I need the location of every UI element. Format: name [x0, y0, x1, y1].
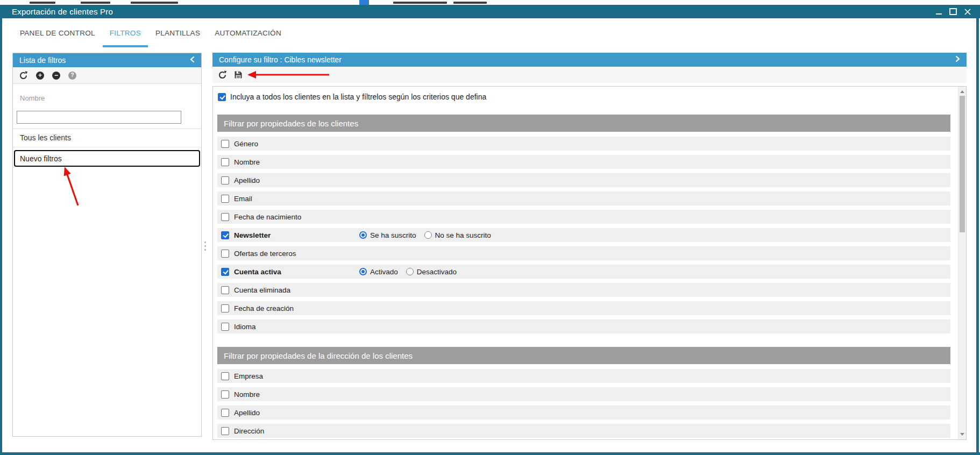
- property-row-cuenta-activa: Cuenta activaActivadoDesactivado: [217, 265, 950, 279]
- radio-option-no-se-ha-suscrito[interactable]: No se ha suscrito: [424, 231, 491, 239]
- radio-label: Desactivado: [417, 268, 457, 276]
- radio-icon: [424, 231, 432, 239]
- scrollbar-thumb[interactable]: [960, 96, 965, 232]
- checkbox-nombre[interactable]: [221, 158, 229, 166]
- refresh-icon[interactable]: [218, 70, 227, 80]
- radio-option-desactivado[interactable]: Desactivado: [406, 268, 457, 276]
- name-filter-input[interactable]: [17, 111, 181, 124]
- tab-label: FILTROS: [110, 29, 141, 37]
- property-label: Cuenta eliminada: [234, 286, 290, 294]
- property-row-apellido: Apellido: [217, 406, 950, 420]
- property-label: Newsletter: [234, 231, 271, 239]
- checkbox-email[interactable]: [221, 195, 229, 203]
- section-header-filtrar-por-propiedades-de-los-clientes: Filtrar por propiedades de los clientes: [217, 115, 950, 132]
- radio-group-cuenta-activa: ActivadoDesactivado: [359, 268, 457, 276]
- window-border-right: [976, 18, 979, 453]
- tab-label: AUTOMATIZACIÓN: [215, 29, 281, 37]
- maximize-icon[interactable]: [949, 8, 957, 16]
- checkbox-cuenta-eliminada[interactable]: [221, 286, 229, 294]
- radio-option-activado[interactable]: Activado: [359, 268, 398, 276]
- window-controls: [935, 5, 971, 18]
- checkbox-apellido[interactable]: [221, 176, 229, 184]
- expand-panel-icon[interactable]: [955, 55, 960, 64]
- collapse-panel-icon[interactable]: [190, 56, 195, 65]
- radio-label: Activado: [370, 268, 398, 276]
- section-title: Filtrar por propiedades de los clientes: [224, 119, 358, 128]
- property-row-nombre: Nombre: [217, 387, 950, 401]
- vertical-scrollbar[interactable]: [958, 87, 966, 439]
- section-title: Filtrar por propiedades de la dirección …: [224, 351, 413, 360]
- property-row-cuenta-eliminada: Cuenta eliminada: [217, 283, 950, 297]
- remove-filter-icon[interactable]: −: [52, 72, 60, 80]
- filter-config-content: Incluya a todos los clientes en la lista…: [212, 86, 967, 440]
- filter-list-body: Nombre Tous les clients: [13, 94, 201, 167]
- checkbox-nombre[interactable]: [221, 390, 229, 399]
- property-row-nombre: Nombre: [217, 155, 950, 169]
- property-row-apellido: Apellido: [217, 173, 950, 187]
- property-row-genero: Género: [217, 137, 950, 151]
- refresh-icon[interactable]: [19, 71, 28, 80]
- tab-panel-de-control[interactable]: PANEL DE CONTROL: [20, 18, 95, 47]
- include-all-checkbox[interactable]: [218, 93, 226, 101]
- property-label: Ofertas de terceros: [234, 250, 296, 258]
- filter-config-panel: Configure su filtro : Cibles newsletter: [212, 53, 967, 440]
- tab-bar: PANEL DE CONTROLFILTROSPLANTILLASAUTOMAT…: [2, 18, 975, 47]
- tab-label: PANEL DE CONTROL: [20, 29, 95, 37]
- include-all-label: Incluya a todos los clientes en la lista…: [230, 93, 486, 101]
- radio-icon: [406, 268, 414, 275]
- help-icon[interactable]: ?: [68, 72, 76, 80]
- scroll-down-icon[interactable]: [960, 433, 964, 436]
- filter-list-header: Lista de filtros: [13, 53, 201, 67]
- property-label: Dirección: [234, 427, 264, 435]
- background-blue-square: [359, 0, 369, 5]
- radio-option-se-ha-suscrito[interactable]: Se ha suscrito: [359, 231, 416, 239]
- minimize-icon[interactable]: [935, 8, 942, 16]
- property-row-ofertas-de-terceros: Ofertas de terceros: [217, 246, 950, 260]
- property-row-idioma: Idioma: [217, 319, 950, 333]
- filter-item-edit-input[interactable]: [14, 150, 200, 167]
- close-icon[interactable]: [964, 8, 971, 16]
- filter-item-tous-les-clients[interactable]: Tous les clients: [13, 129, 201, 147]
- filter-item-label: Tous les clients: [20, 133, 71, 142]
- add-filter-icon[interactable]: +: [36, 72, 44, 80]
- checkbox-idioma[interactable]: [221, 323, 229, 331]
- checkbox-apellido[interactable]: [221, 409, 229, 417]
- screen: Exportación de clientes Pro PANEL DE CON…: [0, 0, 980, 455]
- save-button[interactable]: [234, 70, 243, 79]
- checkbox-direccion[interactable]: [221, 427, 229, 435]
- property-label: Empresa: [234, 372, 263, 380]
- title-bar: Exportación de clientes Pro: [0, 5, 980, 18]
- checkbox-cuenta-activa[interactable]: [221, 268, 229, 276]
- filter-config-body: Filtrar por propiedades de los clientesG…: [213, 115, 966, 438]
- checkbox-empresa[interactable]: [221, 372, 229, 380]
- checkbox-newsletter[interactable]: [221, 231, 229, 239]
- property-row-direccion: Dirección: [217, 424, 950, 438]
- tab-automatizacion[interactable]: AUTOMATIZACIÓN: [215, 18, 281, 47]
- panel-splitter-handle[interactable]: [204, 241, 206, 251]
- scroll-up-icon[interactable]: [960, 90, 964, 93]
- name-filter-label: Nombre: [20, 94, 201, 102]
- checkbox-ofertas-de-terceros[interactable]: [221, 250, 229, 258]
- window-border-bottom: [0, 452, 980, 455]
- property-row-email: Email: [217, 191, 950, 205]
- checkbox-fecha-de-nacimiento[interactable]: [221, 213, 229, 221]
- checkbox-genero[interactable]: [221, 140, 229, 148]
- radio-label: No se ha suscrito: [435, 231, 491, 239]
- filter-list-toolbar: + − ?: [13, 67, 201, 84]
- tab-filtros[interactable]: FILTROS: [110, 18, 141, 47]
- filter-config-header: Configure su filtro : Cibles newsletter: [212, 53, 967, 67]
- property-label: Apellido: [234, 176, 260, 184]
- background-page-fragment: [0, 0, 980, 5]
- app-window: Exportación de clientes Pro PANEL DE CON…: [0, 5, 980, 455]
- property-label: Nombre: [234, 390, 260, 399]
- checkbox-fecha-de-creacion[interactable]: [221, 304, 229, 312]
- window-title: Exportación de clientes Pro: [12, 7, 113, 16]
- radio-icon: [359, 231, 367, 239]
- tab-plantillas[interactable]: PLANTILLAS: [155, 18, 200, 47]
- radio-label: Se ha suscrito: [370, 231, 416, 239]
- filter-list-panel: Lista de filtros + − ? Nombre Tous les c…: [12, 53, 202, 437]
- property-label: Fecha de nacimiento: [234, 213, 301, 221]
- property-label: Idioma: [234, 323, 256, 331]
- filter-list-title: Lista de filtros: [19, 56, 66, 65]
- property-label: Género: [234, 140, 258, 148]
